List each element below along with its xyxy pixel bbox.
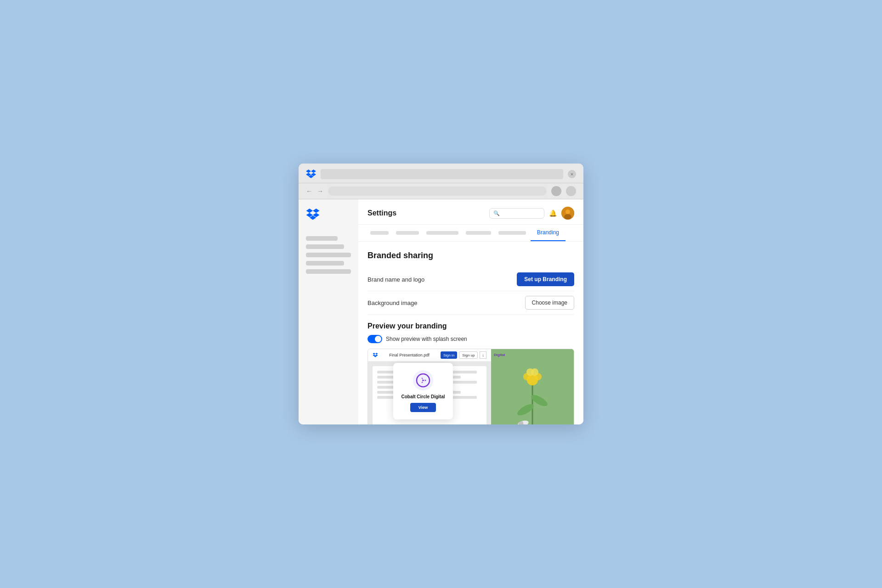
notifications-bell-icon[interactable]: 🔔 (549, 209, 557, 217)
sidebar-nav-item-3[interactable] (306, 253, 351, 257)
browser-url-bar (321, 169, 563, 179)
tab-placeholder-2 (396, 231, 419, 235)
avatar-image (561, 207, 574, 220)
search-bar[interactable]: 🔍 (489, 208, 544, 219)
settings-body: Branded sharing Brand name and logo Set … (358, 242, 583, 424)
dropbox-logo-icon (306, 169, 316, 179)
main-content: Settings 🔍 🔔 (358, 199, 583, 424)
toggle-label: Show preview with splash screen (386, 336, 467, 342)
sidebar-nav-item-2[interactable] (306, 244, 344, 249)
brand-logo-circle (413, 370, 433, 390)
tab-placeholder-3 (426, 231, 458, 235)
preview-section-title: Preview your branding (368, 322, 574, 330)
sidebar-nav-item-4[interactable] (306, 261, 344, 266)
preview-topbar: Final Presentation.pdf Sign in Sign up ↓ (368, 349, 491, 362)
svg-point-2 (564, 214, 571, 220)
tabs-row: Branding (358, 225, 583, 242)
preview-brand-text-right: Digital (494, 353, 505, 357)
forward-arrow-icon[interactable]: → (317, 187, 323, 195)
page-title: Settings (368, 209, 396, 217)
sidebar-logo (306, 209, 351, 222)
brand-name-row: Brand name and logo Set up Branding (368, 268, 574, 291)
preview-right: Digital (491, 349, 574, 424)
preview-view-button[interactable]: View (410, 403, 436, 412)
preview-filename: Final Presentation.pdf (389, 353, 430, 357)
browser-titlebar: × (299, 164, 583, 183)
sidebar-nav-item-1[interactable] (306, 236, 338, 241)
nav-avatar-2 (566, 186, 576, 196)
back-arrow-icon[interactable]: ← (306, 187, 312, 195)
preview-dropbox-icon (373, 353, 378, 357)
tab-placeholder-5 (498, 231, 526, 235)
brand-logo-icon (416, 373, 430, 388)
tab-branding[interactable]: Branding (531, 225, 565, 241)
browser-nav: ← → (299, 183, 583, 199)
sidebar-nav-group (306, 236, 351, 274)
background-image-label: Background image (368, 300, 417, 306)
choose-image-button[interactable]: Choose image (525, 296, 574, 310)
tab-placeholder-4 (466, 231, 491, 235)
brand-name-label: Brand name and logo (368, 276, 424, 283)
nav-avatar-1 (551, 186, 561, 196)
main-header: Settings 🔍 🔔 (358, 199, 583, 225)
toggle-row: Show preview with splash screen (368, 335, 574, 343)
preview-inner: Final Presentation.pdf Sign in Sign up ↓ (368, 349, 574, 424)
header-right: 🔍 🔔 (489, 207, 574, 220)
app-layout: Settings 🔍 🔔 (299, 199, 583, 424)
search-icon: 🔍 (493, 210, 500, 216)
preview-container: Final Presentation.pdf Sign in Sign up ↓ (368, 349, 574, 424)
browser-window: × ← → (299, 164, 583, 424)
preview-toggle[interactable] (368, 335, 382, 343)
preview-section: Preview your branding Show preview with … (368, 322, 574, 424)
sidebar-nav-item-5[interactable] (306, 269, 351, 274)
plant-illustration (500, 355, 565, 425)
svg-point-11 (531, 368, 538, 376)
sidebar (299, 199, 358, 424)
section-title: Branded sharing (368, 251, 574, 260)
preview-signin-button[interactable]: Sign in (441, 351, 457, 359)
svg-point-1 (565, 209, 570, 214)
user-avatar[interactable] (561, 207, 574, 220)
setup-branding-button[interactable]: Set up Branding (517, 272, 574, 286)
overlay-splash-card: Cobalt Circle Digital View (393, 363, 453, 419)
preview-signup-button[interactable]: Sign up (459, 351, 478, 359)
preview-actions: Sign in Sign up ↓ (441, 351, 486, 359)
preview-download-button[interactable]: ↓ (480, 351, 486, 359)
tab-placeholder-1 (370, 231, 389, 235)
brand-name-text: Cobalt Circle Digital (401, 394, 445, 399)
browser-close-button[interactable]: × (568, 170, 576, 178)
background-image-row: Background image Choose image (368, 291, 574, 315)
nav-url-bar[interactable] (328, 187, 547, 196)
